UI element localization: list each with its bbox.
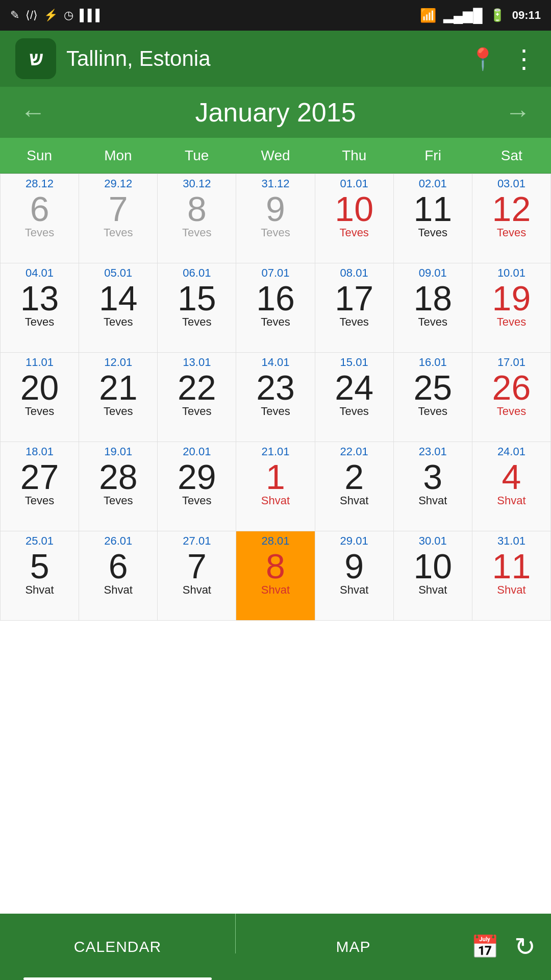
more-options-icon[interactable]: ⋮ bbox=[511, 44, 536, 74]
hebrew-month: Shvat bbox=[474, 583, 548, 597]
calendar-cell-0[interactable]: 28.126Teves bbox=[1, 174, 79, 263]
day-number: 9 bbox=[317, 549, 391, 583]
app-title: Tallinn, Estonia bbox=[66, 46, 469, 71]
hebrew-month: Teves bbox=[3, 494, 77, 507]
hebrew-month: Shvat bbox=[474, 494, 548, 507]
calendar-cell-27[interactable]: 24.014Shvat bbox=[472, 442, 551, 531]
calendar-area: SunMonTueWedThuFriSat 28.126Teves29.127T… bbox=[0, 138, 551, 621]
header-actions: 📍 ⋮ bbox=[469, 44, 536, 74]
calendar-cell-20[interactable]: 17.0126Teves bbox=[472, 353, 551, 442]
greg-date: 24.01 bbox=[474, 445, 548, 458]
calendar-cell-17[interactable]: 14.0123Teves bbox=[236, 353, 315, 442]
day-number: 29 bbox=[160, 459, 234, 494]
day-number: 19 bbox=[474, 281, 548, 315]
day-number: 8 bbox=[238, 549, 312, 583]
greg-date: 28.01 bbox=[238, 534, 312, 548]
calendar-cell-10[interactable]: 07.0116Teves bbox=[236, 263, 315, 353]
calendar-cell-9[interactable]: 06.0115Teves bbox=[158, 263, 236, 353]
calendar-cell-8[interactable]: 05.0114Teves bbox=[79, 263, 158, 353]
location-icon[interactable]: 📍 bbox=[469, 46, 496, 71]
calendar-cell-19[interactable]: 16.0125Teves bbox=[394, 353, 472, 442]
greg-date: 20.01 bbox=[160, 445, 234, 458]
calendar-cell-16[interactable]: 13.0122Teves bbox=[158, 353, 236, 442]
tab-calendar[interactable]: CALENDAR bbox=[0, 914, 235, 980]
calendar-cell-5[interactable]: 02.0111Teves bbox=[394, 174, 472, 263]
calendar-cell-31[interactable]: 28.018Shvat bbox=[236, 531, 315, 621]
calendar-cell-2[interactable]: 30.128Teves bbox=[158, 174, 236, 263]
day-header-fri: Fri bbox=[393, 138, 472, 173]
calendar-cell-6[interactable]: 03.0112Teves bbox=[472, 174, 551, 263]
calendar-cell-21[interactable]: 18.0127Teves bbox=[1, 442, 79, 531]
calendar-cell-23[interactable]: 20.0129Teves bbox=[158, 442, 236, 531]
calendar-cell-1[interactable]: 29.127Teves bbox=[79, 174, 158, 263]
calendar-cell-24[interactable]: 21.011Shvat bbox=[236, 442, 315, 531]
calendar-grid: 28.126Teves29.127Teves30.128Teves31.129T… bbox=[0, 174, 551, 621]
day-number: 7 bbox=[160, 549, 234, 583]
app-header: ש Tallinn, Estonia 📍 ⋮ bbox=[0, 31, 551, 87]
greg-date: 05.01 bbox=[81, 266, 155, 280]
calendar-cell-30[interactable]: 27.017Shvat bbox=[158, 531, 236, 621]
day-number: 14 bbox=[81, 281, 155, 315]
hebrew-month: Teves bbox=[3, 405, 77, 418]
day-number: 16 bbox=[238, 281, 312, 315]
calendar-cell-12[interactable]: 09.0118Teves bbox=[394, 263, 472, 353]
day-number: 23 bbox=[238, 370, 312, 405]
day-number: 12 bbox=[474, 191, 548, 226]
day-number: 8 bbox=[160, 191, 234, 226]
calendar-cell-34[interactable]: 31.0111Shvat bbox=[472, 531, 551, 621]
greg-date: 26.01 bbox=[81, 534, 155, 548]
month-title: January 2015 bbox=[195, 97, 356, 128]
hebrew-month: Teves bbox=[396, 405, 470, 418]
calendar-cell-33[interactable]: 30.0110Shvat bbox=[394, 531, 472, 621]
hebrew-month: Teves bbox=[160, 405, 234, 418]
calendar-today-icon[interactable]: 📅 bbox=[471, 934, 499, 960]
calendar-cell-32[interactable]: 29.019Shvat bbox=[315, 531, 394, 621]
day-number: 9 bbox=[238, 191, 312, 226]
calendar-cell-28[interactable]: 25.015Shvat bbox=[1, 531, 79, 621]
tab-map[interactable]: MAP bbox=[236, 914, 471, 980]
logo-symbol: ש bbox=[29, 47, 43, 70]
calendar-cell-4[interactable]: 01.0110Teves bbox=[315, 174, 394, 263]
refresh-icon[interactable]: ↻ bbox=[514, 932, 536, 962]
day-header-mon: Mon bbox=[79, 138, 157, 173]
greg-date: 19.01 bbox=[81, 445, 155, 458]
day-number: 24 bbox=[317, 370, 391, 405]
calendar-cell-7[interactable]: 04.0113Teves bbox=[1, 263, 79, 353]
calendar-cell-18[interactable]: 15.0124Teves bbox=[315, 353, 394, 442]
hebrew-month: Teves bbox=[3, 226, 77, 239]
hebrew-month: Shvat bbox=[396, 583, 470, 597]
day-number: 2 bbox=[317, 459, 391, 494]
calendar-cell-11[interactable]: 08.0117Teves bbox=[315, 263, 394, 353]
hebrew-month: Teves bbox=[81, 315, 155, 329]
calendar-cell-3[interactable]: 31.129Teves bbox=[236, 174, 315, 263]
greg-date: 12.01 bbox=[81, 356, 155, 369]
greg-date: 31.12 bbox=[238, 177, 312, 190]
hebrew-month: Teves bbox=[317, 315, 391, 329]
calendar-cell-15[interactable]: 12.0121Teves bbox=[79, 353, 158, 442]
day-header-sat: Sat bbox=[472, 138, 551, 173]
tab-calendar-label: CALENDAR bbox=[74, 938, 161, 955]
hebrew-month: Shvat bbox=[317, 494, 391, 507]
greg-date: 31.01 bbox=[474, 534, 548, 548]
hebrew-month: Teves bbox=[317, 226, 391, 239]
calendar-cell-26[interactable]: 23.013Shvat bbox=[394, 442, 472, 531]
wifi-icon: 📶 bbox=[420, 8, 436, 23]
hebrew-month: Shvat bbox=[81, 583, 155, 597]
hebrew-month: Shvat bbox=[238, 494, 312, 507]
calendar-cell-29[interactable]: 26.016Shvat bbox=[79, 531, 158, 621]
day-number: 27 bbox=[3, 459, 77, 494]
prev-month-button[interactable]: ← bbox=[20, 97, 46, 127]
battery-icon: 🔋 bbox=[490, 8, 505, 22]
day-number: 6 bbox=[81, 549, 155, 583]
app-logo: ש bbox=[15, 38, 56, 79]
day-number: 17 bbox=[317, 281, 391, 315]
day-number: 25 bbox=[396, 370, 470, 405]
month-nav: ← January 2015 → bbox=[0, 87, 551, 138]
calendar-cell-25[interactable]: 22.012Shvat bbox=[315, 442, 394, 531]
next-month-button[interactable]: → bbox=[505, 97, 531, 127]
signal-icon: ▂▄▆█ bbox=[443, 8, 483, 23]
calendar-cell-14[interactable]: 11.0120Teves bbox=[1, 353, 79, 442]
calendar-cell-22[interactable]: 19.0128Teves bbox=[79, 442, 158, 531]
hebrew-month: Teves bbox=[474, 405, 548, 418]
calendar-cell-13[interactable]: 10.0119Teves bbox=[472, 263, 551, 353]
